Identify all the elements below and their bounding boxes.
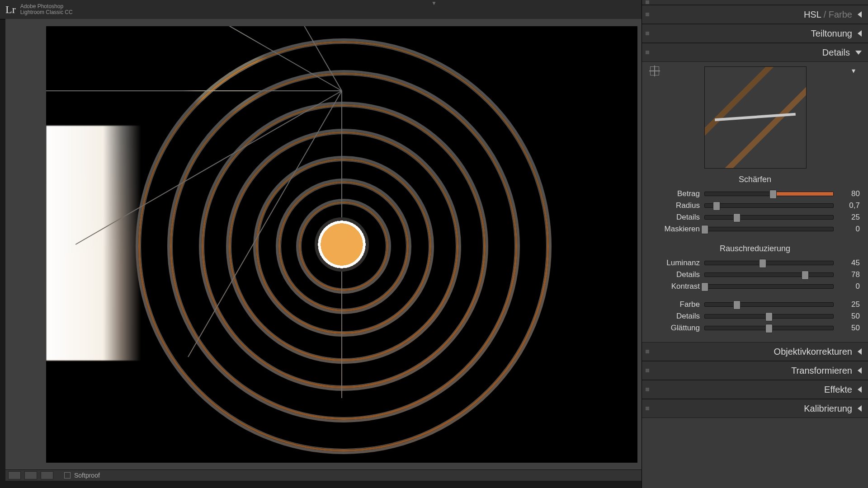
slider-betrag[interactable] <box>704 192 834 196</box>
view-compare-button[interactable] <box>24 471 37 479</box>
panel-switch-icon[interactable] <box>646 13 649 16</box>
develop-right-panel: HSL / Farbe Teiltonung Details ▾ Schärfe… <box>642 0 868 488</box>
label-radius: Radius <box>650 201 700 210</box>
slider-farbe-details[interactable] <box>704 314 834 319</box>
hsl-title-part-a: HSL <box>804 9 821 19</box>
slider-row-maskieren: Maskieren 0 <box>650 223 860 235</box>
label-sharpen-details: Details <box>650 213 700 222</box>
panel-title-kalibrierung: Kalibrierung <box>804 404 852 414</box>
panel-title-details: Details <box>822 47 850 58</box>
panel-switch-icon[interactable] <box>646 388 649 391</box>
noise-section-title: Rauschreduzierung <box>650 244 860 253</box>
panel-switch-icon[interactable] <box>646 32 649 35</box>
softproof-label: Softproof <box>74 472 100 479</box>
value-noise-details[interactable]: 78 <box>838 270 860 279</box>
slider-row-noise-details: Details 78 <box>650 269 860 281</box>
details-panel-body: ▾ Schärfen Betrag 80 Radius 0,7 Details … <box>642 62 868 342</box>
label-luminanz: Luminanz <box>650 258 700 267</box>
slider-row-radius: Radius 0,7 <box>650 200 860 211</box>
hsl-title-part-b: Farbe <box>829 9 852 19</box>
panel-switch-icon[interactable] <box>646 369 649 372</box>
panel-title-effekte: Effekte <box>824 385 852 395</box>
app-logo-text: Lr <box>5 4 16 16</box>
edited-photo[interactable] <box>46 26 637 463</box>
slider-row-sharpen-details: Details 25 <box>650 211 860 223</box>
expand-down-icon[interactable] <box>855 51 862 55</box>
value-farbe[interactable]: 25 <box>838 300 860 309</box>
slider-row-luminanz: Luminanz 45 <box>650 257 860 269</box>
label-kontrast: Kontrast <box>650 282 700 291</box>
slider-glaettung[interactable] <box>704 326 834 330</box>
collapse-left-icon[interactable] <box>858 405 862 412</box>
softproof-checkbox[interactable] <box>64 472 71 479</box>
loupe-view-canvas <box>5 19 642 475</box>
panel-header-gradationskurve[interactable] <box>642 0 868 5</box>
slider-row-glaettung: Glättung 50 <box>650 322 860 334</box>
value-luminanz[interactable]: 45 <box>838 258 860 267</box>
value-radius[interactable]: 0,7 <box>838 201 860 210</box>
label-betrag: Betrag <box>650 189 700 198</box>
value-farbe-details[interactable]: 50 <box>838 312 860 321</box>
hsl-title-sep: / <box>821 9 829 19</box>
panel-switch-icon[interactable] <box>646 350 649 353</box>
slider-row-kontrast: Kontrast 0 <box>650 281 860 292</box>
slider-kontrast[interactable] <box>704 284 834 289</box>
top-panel-grip-icon[interactable]: ▼ <box>431 0 437 6</box>
view-loupe-button[interactable] <box>8 471 21 479</box>
app-suite-line2: Lightroom Classic CC <box>20 9 73 15</box>
panel-title-teiltonung: Teiltonung <box>811 28 852 39</box>
value-maskieren[interactable]: 0 <box>838 225 860 234</box>
panel-title-hsl-farbe: HSL / Farbe <box>804 9 852 20</box>
collapse-left-icon[interactable] <box>858 30 862 37</box>
sharpen-section-title: Schärfen <box>650 175 860 184</box>
slider-row-farbe-details: Details 50 <box>650 310 860 322</box>
collapse-left-icon[interactable] <box>858 386 862 393</box>
slider-radius[interactable] <box>704 203 834 208</box>
panel-header-hsl-farbe[interactable]: HSL / Farbe <box>642 5 868 24</box>
slider-maskieren[interactable] <box>704 227 834 231</box>
detail-target-picker-icon[interactable] <box>650 66 659 75</box>
panel-header-effekte[interactable]: Effekte <box>642 380 868 399</box>
label-glaettung: Glättung <box>650 324 700 333</box>
value-betrag[interactable]: 80 <box>838 189 860 198</box>
panel-title-objektivkorrekturen: Objektivkorrekturen <box>774 347 852 357</box>
slider-luminanz[interactable] <box>704 261 834 265</box>
view-survey-button[interactable] <box>41 471 53 479</box>
panel-header-details[interactable]: Details <box>642 43 868 62</box>
panel-header-transformieren[interactable]: Transformieren <box>642 361 868 380</box>
slider-row-betrag: Betrag 80 <box>650 188 860 200</box>
collapse-left-icon[interactable] <box>858 367 862 374</box>
slider-sharpen-details[interactable] <box>704 215 834 220</box>
collapse-left-icon[interactable] <box>858 348 862 355</box>
value-sharpen-details[interactable]: 25 <box>838 213 860 222</box>
panel-header-teiltonung[interactable]: Teiltonung <box>642 24 868 43</box>
panel-switch-icon[interactable] <box>646 51 649 54</box>
app-suite-name: Adobe Photoshop Lightroom Classic CC <box>20 4 73 15</box>
detail-zoom-preview[interactable] <box>704 66 807 169</box>
value-glaettung[interactable]: 50 <box>838 324 860 333</box>
panel-header-kalibrierung[interactable]: Kalibrierung <box>642 399 868 418</box>
detail-disclosure-icon[interactable]: ▾ <box>852 66 860 75</box>
slider-farbe[interactable] <box>704 302 834 307</box>
slider-noise-details[interactable] <box>704 272 834 277</box>
value-kontrast[interactable]: 0 <box>838 282 860 291</box>
label-noise-details: Details <box>650 270 700 279</box>
secondary-toolbar: Softproof <box>5 469 647 481</box>
collapse-left-icon[interactable] <box>858 11 862 18</box>
label-maskieren: Maskieren <box>650 225 700 234</box>
slider-row-farbe: Farbe 25 <box>650 299 860 310</box>
panel-switch-icon[interactable] <box>646 0 649 4</box>
panel-title-transformieren: Transformieren <box>791 366 852 376</box>
panel-header-objektivkorrekturen[interactable]: Objektivkorrekturen <box>642 342 868 361</box>
panel-switch-icon[interactable] <box>646 407 649 410</box>
label-farbe-details: Details <box>650 312 700 321</box>
label-farbe: Farbe <box>650 300 700 309</box>
